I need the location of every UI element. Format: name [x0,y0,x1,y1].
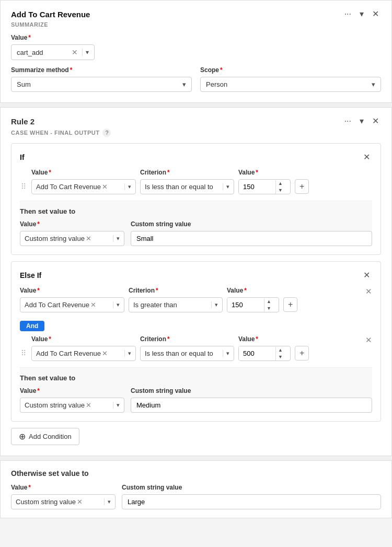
if-num-spinners: ▲ ▼ [275,180,285,194]
if-value-clear-button[interactable]: ✕ [101,183,109,191]
if-block: If ✕ ⠿ Value* Add To Cart Revenue ✕ ▾ [11,143,381,255]
then-custom-field: Custom string value [131,220,372,246]
add-condition-button[interactable]: ⊕ Add Condition [11,428,79,445]
otherwise-title: Otherwise set value to [11,469,381,478]
rule2-title: Rule 2 [11,117,34,126]
if-then-section: Then set value to Value* Custom string v… [20,201,372,246]
elseif-row2-criterion-select[interactable]: Is less than or equal to ▾ [140,346,234,361]
rule2-close-button[interactable]: ✕ [370,116,381,126]
elseif-row1-num-spinners: ▲ ▼ [264,298,273,312]
elseif-row1-value-clear-button[interactable]: ✕ [89,301,97,309]
elseif-row1-criterion-text: Is greater than [133,301,177,309]
header-actions: ··· ▾ ✕ [342,9,381,19]
elseif-row1-criterion-select[interactable]: Is greater than ▾ [129,297,223,312]
otherwise-value-chevron-icon: ▾ [104,498,111,505]
elseif-row1-value-text: Add To Cart Revenue [25,301,89,309]
elseif-row2-num-down-button[interactable]: ▼ [276,354,285,360]
section-header: Add To Cart Revenue ··· ▾ ✕ [11,9,381,19]
elseif-row1-num-up-button[interactable]: ▲ [264,298,273,305]
rule2-info-icon[interactable]: ? [102,129,111,137]
elseif-row2-value-clear-button[interactable]: ✕ [101,350,109,357]
if-value-label: Value* [31,169,136,176]
if-num-up-button[interactable]: ▲ [276,180,285,187]
otherwise-value-select[interactable]: Custom string value ✕ ▾ [11,494,116,509]
value-clear-button[interactable]: ✕ [70,48,80,56]
if-num-input[interactable] [239,180,275,194]
elseif-row2-criterion-text: Is less than or equal to [145,350,213,357]
elseif-then-fields: Value* Custom string value ✕ ▾ Custom st… [20,387,372,413]
value-select[interactable]: cart_add ✕ ▾ [11,44,95,60]
scope-dropdown[interactable]: Person ▾ [200,77,381,92]
collapse-button[interactable]: ▾ [358,9,366,19]
rule2-more-button[interactable]: ··· [342,116,353,126]
if-value-chevron-icon: ▾ [124,183,131,190]
elseif-row2-num-spinners: ▲ ▼ [275,347,285,360]
elseif-then-value-clear-button[interactable]: ✕ [85,401,93,409]
elseif-then-custom-field: Custom string value [131,387,372,413]
elseif-then-value-select[interactable]: Custom string value ✕ ▾ [20,398,124,413]
elseif-then-value-chevron-icon: ▾ [113,402,120,409]
method-value: Sum [17,80,31,88]
if-criterion-select[interactable]: Is less than or equal to ▾ [140,179,234,194]
elseif-row1-value-label: Value* [20,287,124,294]
elseif-row2-value-select[interactable]: Add To Cart Revenue ✕ ▾ [31,346,136,361]
elseif-row2-add-button[interactable]: + [295,346,309,360]
then-custom-label: Custom string value [131,220,372,228]
close-button[interactable]: ✕ [370,9,381,19]
elseif-row1-num-input[interactable] [227,298,264,312]
if-block-header: If ✕ [20,152,372,162]
elseif-close-button[interactable]: ✕ [361,270,372,281]
if-num-wrapper: ▲ ▼ [238,179,291,194]
if-value-select[interactable]: Add To Cart Revenue ✕ ▾ [31,179,136,194]
elseif-then-title: Then set value to [20,374,372,382]
then-value-select[interactable]: Custom string value ✕ ▾ [20,231,124,246]
elseif-row1-num-wrapper: ▲ ▼ [227,297,279,312]
otherwise-custom-input[interactable] [122,494,381,509]
if-num-down-button[interactable]: ▼ [276,187,285,194]
rule2-actions: ··· ▾ ✕ [342,116,381,126]
otherwise-value-clear-button[interactable]: ✕ [76,498,84,506]
add-condition-plus-icon: ⊕ [19,432,26,441]
section-subtitle: SUMMARIZE [11,21,381,28]
if-add-button[interactable]: + [295,179,309,194]
elseif-row2-num-field: Value* ▲ ▼ [238,335,291,361]
more-options-button[interactable]: ··· [342,9,353,19]
if-criterion-text: Is less than or equal to [145,183,213,191]
elseif-then-section: Then set value to Value* Custom string v… [20,367,372,413]
elseif-row1: Value* Add To Cart Revenue ✕ ▾ Criterion… [20,287,372,312]
method-dropdown[interactable]: Sum ▾ [11,77,192,92]
then-value-label: Value* [20,220,124,228]
value-label: Value* [11,34,381,41]
if-close-button[interactable]: ✕ [361,152,372,162]
elseif-row2-num-up-button[interactable]: ▲ [276,347,285,354]
elseif-then-value-label: Value* [20,387,124,394]
elseif-row1-value-chevron-icon: ▾ [113,301,120,308]
scope-chevron-icon: ▾ [372,80,375,88]
scope-label: Scope* [200,66,381,74]
elseif-then-value-text: Custom string value [25,401,85,409]
if-criterion-label: Criterion* [140,169,234,176]
elseif-row2-value-field: Value* Add To Cart Revenue ✕ ▾ [31,335,136,361]
then-custom-input[interactable] [131,231,372,246]
elseif-row1-add-button[interactable]: + [283,297,297,312]
elseif-row2-value-text: Add To Cart Revenue [36,350,101,357]
elseif-then-custom-input[interactable] [131,398,372,413]
rule2-subtitle: CASE WHEN - FINAL OUTPUT [11,130,99,136]
if-criterion-field: Criterion* Is less than or equal to ▾ [140,169,234,194]
elseif-row2-num-label: Value* [238,335,291,343]
otherwise-custom-field: Custom string value [122,484,381,509]
otherwise-fields: Value* Custom string value ✕ ▾ Custom st… [11,484,381,509]
then-value-text: Custom string value [25,235,85,242]
then-value-clear-button[interactable]: ✕ [85,235,93,242]
elseif-row2-num-input[interactable] [239,346,275,360]
elseif-row1-num-down-button[interactable]: ▼ [264,305,273,312]
elseif-then-value-field: Value* Custom string value ✕ ▾ [20,387,124,413]
drag-handle2-icon: ⠿ [20,349,27,357]
elseif-block-header: Else If ✕ [20,270,372,281]
rule2-collapse-button[interactable]: ▾ [358,116,366,126]
elseif-row1-num-label: Value* [227,287,279,294]
method-label: Summarize method* [11,66,192,74]
rule2-subtitle-row: CASE WHEN - FINAL OUTPUT ? [11,129,381,137]
elseif-row1-value-select[interactable]: Add To Cart Revenue ✕ ▾ [20,297,124,312]
method-scope-row: Summarize method* Sum ▾ Scope* Person ▾ [11,66,381,92]
